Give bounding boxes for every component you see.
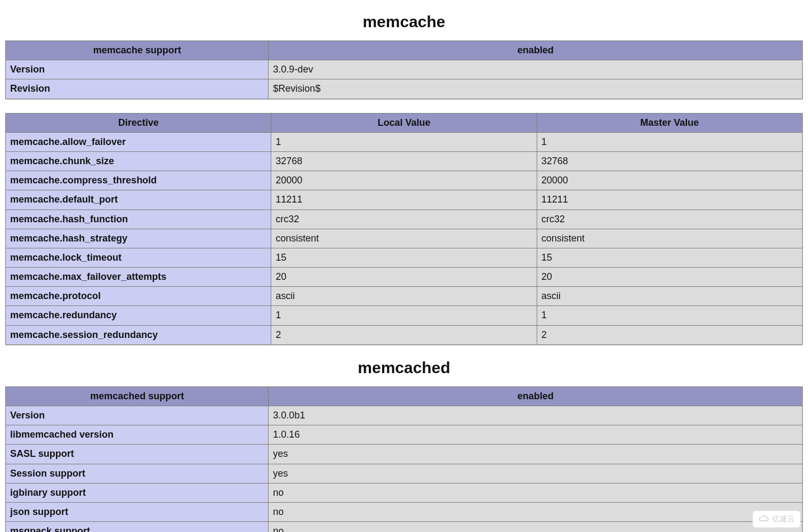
memcached-support-header: memcached support [6, 386, 269, 406]
table-row: Version 3.0.0b1 [6, 406, 803, 425]
directive-name: memcache.chunk_size [6, 151, 271, 171]
directive-name: memcache.protocol [6, 287, 271, 306]
table-row: json support no [6, 502, 803, 521]
property-value: 3.0.0b1 [269, 406, 803, 425]
directive-local-value: consistent [271, 229, 537, 248]
directive-master-value: consistent [537, 229, 802, 248]
table-row: memcache.hash_strategy consistent consis… [6, 229, 803, 248]
table-row: memcache.redundancy 1 1 [6, 306, 803, 325]
table-row: libmemcached version 1.0.16 [6, 425, 803, 445]
property-value: no [269, 502, 803, 521]
table-header-row: Directive Local Value Master Value [6, 113, 803, 132]
memcache-enabled-header: enabled [269, 41, 803, 60]
table-row: memcache.max_failover_attempts 20 20 [6, 268, 803, 287]
directive-local-value: 2 [271, 325, 537, 344]
table-row: memcache.protocol ascii ascii [6, 287, 803, 306]
section-title-memcached: memcached [5, 359, 803, 377]
directive-name: memcache.compress_threshold [6, 171, 271, 190]
property-value: yes [269, 464, 803, 483]
directive-master-value: 20000 [537, 171, 802, 190]
directive-master-value: 20 [537, 268, 802, 287]
directive-master-value: 1 [537, 132, 802, 151]
memcached-enabled-header: enabled [269, 386, 803, 406]
property-name: Revision [6, 79, 269, 99]
property-name: Session support [6, 464, 269, 483]
directive-master-value: 32768 [537, 151, 802, 171]
directive-name: memcache.redundancy [6, 306, 271, 325]
directive-local-value: 20000 [271, 171, 537, 190]
table-row: memcache.compress_threshold 20000 20000 [6, 171, 803, 190]
table-row: memcache.default_port 11211 11211 [6, 190, 803, 209]
directive-master-value: 11211 [537, 190, 802, 209]
table-row: memcache.allow_failover 1 1 [6, 132, 803, 151]
table-row: memcache.chunk_size 32768 32768 [6, 151, 803, 171]
directive-local-value: 1 [271, 132, 537, 151]
directive-name: memcache.hash_strategy [6, 229, 271, 248]
directive-local-value: 20 [271, 268, 537, 287]
directive-name: memcache.default_port [6, 190, 271, 209]
directive-local-value: 15 [271, 248, 537, 267]
table-row: memcache.session_redundancy 2 2 [6, 325, 803, 344]
directive-name: memcache.allow_failover [6, 132, 271, 151]
memcache-support-header: memcache support [6, 41, 269, 60]
directive-name: memcache.hash_function [6, 209, 271, 229]
directive-name: memcache.max_failover_attempts [6, 268, 271, 287]
table-row: msgpack support no [6, 522, 803, 532]
directive-master-value: 15 [537, 248, 802, 267]
local-value-header: Local Value [271, 113, 537, 132]
property-name: msgpack support [6, 522, 269, 532]
property-name: Version [6, 406, 269, 425]
directive-name: memcache.lock_timeout [6, 248, 271, 267]
directive-local-value: 11211 [271, 190, 537, 209]
section-title-memcache: memcache [5, 13, 803, 31]
directive-local-value: crc32 [271, 209, 537, 229]
property-value: no [269, 483, 803, 502]
property-name: Version [6, 60, 269, 79]
directive-master-value: crc32 [537, 209, 802, 229]
table-row: memcache.lock_timeout 15 15 [6, 248, 803, 267]
property-value: $Revision$ [269, 79, 803, 99]
property-value: 1.0.16 [269, 425, 803, 445]
table-row: memcache.hash_function crc32 crc32 [6, 209, 803, 229]
directive-header: Directive [6, 113, 271, 132]
table-header-row: memcached support enabled [6, 386, 803, 406]
watermark-text: 亿速云 [772, 514, 795, 524]
directive-local-value: ascii [271, 287, 537, 306]
directive-master-value: 1 [537, 306, 802, 325]
property-name: libmemcached version [6, 425, 269, 445]
directive-local-value: 1 [271, 306, 537, 325]
directive-master-value: 2 [537, 325, 802, 344]
directive-name: memcache.session_redundancy [6, 325, 271, 344]
table-row: Session support yes [6, 464, 803, 483]
table-row: SASL support yes [6, 445, 803, 464]
property-value: no [269, 522, 803, 532]
property-value: 3.0.9-dev [269, 60, 803, 79]
table-row: Version 3.0.9-dev [6, 60, 803, 79]
directive-local-value: 32768 [271, 151, 537, 171]
table-row: Revision $Revision$ [6, 79, 803, 99]
table-header-row: memcache support enabled [6, 41, 803, 60]
memcache-support-table: memcache support enabled Version 3.0.9-d… [5, 41, 803, 99]
memcached-support-table: memcached support enabled Version 3.0.0b… [5, 386, 803, 532]
table-row: igbinary support no [6, 483, 803, 502]
cloud-icon [758, 515, 769, 524]
directive-master-value: ascii [537, 287, 802, 306]
property-name: igbinary support [6, 483, 269, 502]
master-value-header: Master Value [537, 113, 802, 132]
property-name: json support [6, 502, 269, 521]
property-value: yes [269, 445, 803, 464]
property-name: SASL support [6, 445, 269, 464]
memcache-directives-table: Directive Local Value Master Value memca… [5, 113, 803, 345]
watermark-badge: 亿速云 [753, 511, 801, 528]
